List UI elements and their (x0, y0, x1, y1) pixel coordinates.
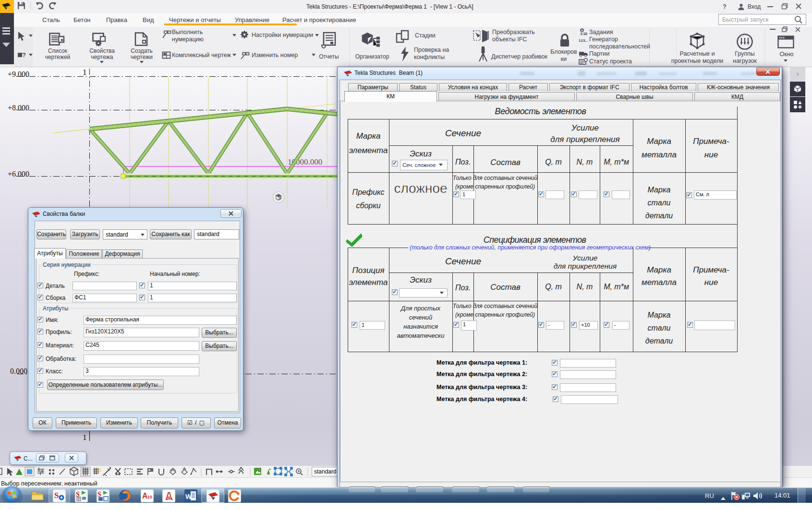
svg-text:1: 1 (83, 433, 87, 442)
svg-text:+9.000: +9.000 (8, 70, 29, 78)
svg-text:S: S (54, 491, 59, 500)
svg-text:S: S (97, 491, 101, 498)
svg-text:W: W (185, 493, 192, 500)
svg-text:1: 1 (83, 68, 87, 77)
svg-text:?: ? (22, 51, 26, 59)
svg-text:10: 10 (147, 495, 152, 499)
svg-text:0.000: 0.000 (10, 367, 27, 375)
svg-text:+8.000: +8.000 (8, 104, 29, 112)
svg-text:+6.000: +6.000 (8, 170, 29, 178)
